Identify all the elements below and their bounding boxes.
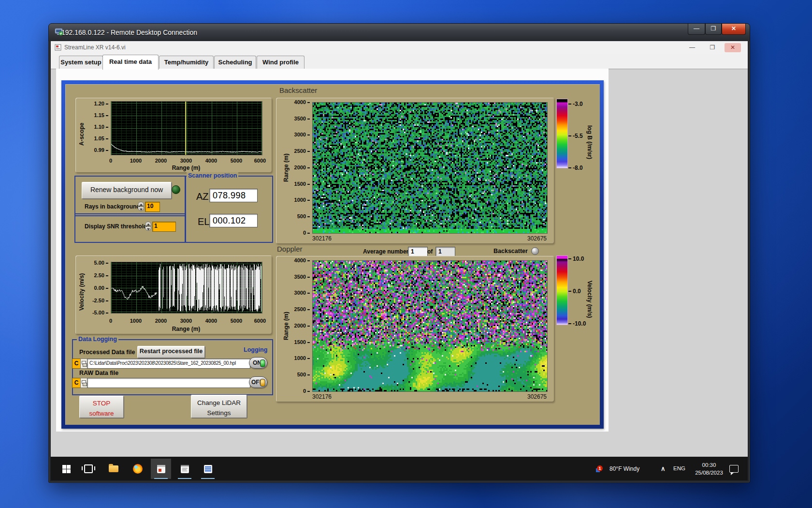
rays-label: Rays in background — [85, 203, 140, 210]
velocity-x-axis-label: Range (m) — [111, 326, 261, 332]
vi-titlebar[interactable]: StreamLine XR v14-6.vi — ❐ ✕ — [51, 41, 748, 55]
vi-close-button[interactable]: ✕ — [725, 43, 741, 52]
processed-drive-box[interactable]: C — [72, 359, 81, 369]
data-logging-title: Data Logging — [77, 336, 118, 343]
vi-restore-button[interactable]: ❐ — [705, 43, 720, 52]
ascope-ytick: 1.05 — [89, 135, 108, 141]
ascope-ytick: 1.20 — [89, 101, 108, 106]
ascope-xtick: 6000 — [250, 158, 270, 164]
rays-value-field[interactable]: 10 — [145, 202, 160, 212]
backscatter-colorbar-tick: -5.5 — [568, 133, 583, 139]
velocity-ytick: -2.50 — [87, 298, 108, 303]
velocity-xtick: 1000 — [126, 318, 145, 324]
action-center-icon[interactable] — [729, 465, 739, 473]
start-button[interactable] — [56, 459, 76, 479]
raw-path-field[interactable] — [87, 378, 250, 388]
tab-system-setup[interactable]: System setup — [59, 56, 103, 69]
desktop: 192.168.0.122 - Remote Desktop Connectio… — [0, 0, 812, 508]
snr-spinner[interactable] — [145, 222, 151, 231]
el-label: EL — [198, 216, 209, 227]
stop-software-button[interactable]: STOP software — [79, 396, 124, 418]
backscatter-x-end: 302675 — [479, 235, 547, 242]
backscatter-colorbar-tick: -3.0 — [568, 101, 583, 107]
rdp-window: 192.168.0.122 - Remote Desktop Connectio… — [48, 23, 750, 483]
backscatter-ytick: 1000 — [290, 197, 310, 203]
backscatter-ytick: 2000 — [290, 164, 310, 170]
az-value-field: 078.998 — [209, 189, 258, 202]
average-number-field[interactable]: 1 — [408, 247, 428, 257]
weather-icon[interactable]: 1 — [596, 465, 603, 472]
tab-scheduling[interactable]: Scheduling — [214, 56, 256, 69]
velocity-graph: Velocity (m/s) 5.00 2.50 0.00 -2.50 -5.0… — [75, 255, 272, 334]
doppler-heatmap — [312, 260, 548, 392]
backscatter-y-axis-label: Range (m) — [283, 139, 290, 197]
firefox-button[interactable] — [128, 459, 148, 479]
restart-processed-file-button[interactable]: Restart processed file — [137, 346, 205, 358]
renew-background-button[interactable]: Renew background now — [82, 182, 172, 199]
on-lamp-icon — [260, 359, 265, 367]
document-app-button[interactable] — [198, 459, 218, 479]
change-line2: Settings — [191, 408, 246, 418]
rdp-close-button[interactable]: ✕ — [722, 24, 746, 35]
ascope-y-axis-label: A-scope — [78, 115, 85, 153]
logging-label: Logging — [242, 346, 269, 353]
change-lidar-settings-button[interactable]: Change LiDAR Settings — [191, 395, 247, 418]
backscatter-colorbar — [556, 99, 568, 168]
ascope-xtick: 3000 — [176, 158, 196, 164]
raw-browse-icon[interactable] — [80, 378, 87, 388]
velocity-plot — [111, 262, 262, 314]
rdp-titlebar[interactable]: 192.168.0.122 - Remote Desktop Connectio… — [49, 24, 750, 41]
doppler-title: Doppler — [277, 245, 303, 253]
raw-file-label: RAW Data file — [79, 370, 118, 376]
doppler-ytick: 3500 — [290, 274, 310, 280]
backscatter-toggle[interactable] — [531, 247, 539, 255]
tab-temp-humidity[interactable]: Temp/humidity — [159, 56, 214, 69]
velocity-xtick: 0 — [101, 318, 120, 324]
ascope-x-axis-label: Range (m) — [111, 164, 261, 171]
average-total-field[interactable]: 1 — [435, 247, 455, 257]
processed-file-label: Processed Data file — [79, 349, 135, 356]
file-explorer-button[interactable] — [103, 459, 124, 479]
doppler-colorbar-tick: -10.0 — [568, 320, 586, 327]
rdp-minimize-button[interactable]: — — [688, 24, 705, 35]
rays-spinner[interactable] — [138, 202, 144, 211]
language-indicator[interactable]: ENG — [673, 465, 685, 471]
rdp-icon — [55, 28, 63, 38]
scan-schedule-app-button[interactable] — [174, 459, 195, 479]
ascope-xtick: 5000 — [227, 158, 246, 164]
ascope-graph: A-scope 1.20 1.15 1.10 1.05 0.99 0 1000 … — [75, 98, 272, 173]
task-view-button[interactable] — [78, 459, 99, 479]
backscatter-ytick: 3000 — [290, 132, 310, 137]
vi-title-text: StreamLine XR v14-6.vi — [64, 44, 126, 51]
ascope-ytick: 1.10 — [89, 124, 108, 130]
doppler-ytick: 1000 — [290, 355, 310, 361]
tab-wind-profile[interactable]: Wind profile — [257, 56, 304, 69]
rdp-title-text: 192.168.0.122 - Remote Desktop Connectio… — [61, 29, 197, 36]
tab-real-time-data[interactable]: Real time data — [102, 55, 159, 70]
doppler-ytick: 2500 — [290, 306, 310, 312]
scan-schedule-icon — [181, 465, 189, 473]
change-line1: Change LiDAR — [191, 398, 246, 408]
doppler-x-start: 302176 — [312, 393, 332, 400]
weather-text[interactable]: 80°F Windy — [609, 465, 639, 472]
doppler-x-end: 302675 — [479, 393, 547, 400]
tray-chevron-icon[interactable]: ∧ — [661, 465, 666, 472]
folder-icon — [109, 465, 118, 472]
labview-app-icon — [157, 465, 165, 473]
raw-drive-box[interactable]: C — [72, 378, 81, 388]
raw-logging-toggle[interactable]: OFF — [249, 376, 267, 388]
doppler-ytick: 1500 — [290, 339, 310, 345]
backscatter-ytick: 2500 — [290, 148, 310, 154]
clock[interactable]: 00:30 25/08/2023 — [692, 461, 726, 477]
processed-browse-icon[interactable] — [80, 359, 87, 369]
rdp-maximize-button[interactable]: ❐ — [705, 24, 722, 35]
doppler-graph: Range (m) 4000 3500 3000 2500 2000 1500 … — [276, 256, 554, 402]
ascope-xtick: 2000 — [151, 158, 171, 164]
streamline-app-button[interactable] — [151, 459, 171, 479]
doppler-ytick: 4000 — [290, 257, 310, 263]
processed-path-field[interactable]: C:\Lidar\Data\Proc\2023\202308\20230825\… — [87, 359, 250, 369]
snr-value-field[interactable]: 1 — [152, 222, 176, 232]
backscatter-x-start: 302176 — [312, 235, 332, 242]
processed-logging-toggle[interactable]: ON — [249, 357, 267, 369]
vi-minimize-button[interactable]: — — [685, 43, 699, 52]
